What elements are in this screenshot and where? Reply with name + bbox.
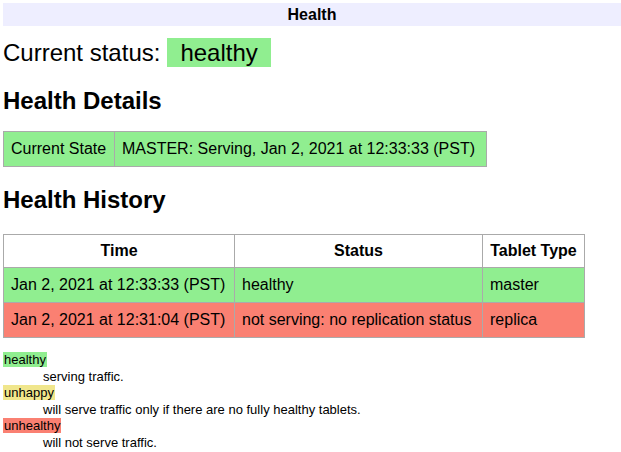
history-column-tablet-type: Tablet Type (483, 235, 585, 268)
history-row: Jan 2, 2021 at 12:31:04 (PST) not servin… (4, 303, 585, 338)
health-details-table: Current State MASTER: Serving, Jan 2, 20… (3, 131, 487, 167)
legend: healthy serving traffic. unhappy will se… (3, 352, 621, 452)
legend-description: will not serve traffic. (43, 435, 621, 452)
current-status-badge: healthy (167, 38, 270, 67)
page-title: Health (288, 6, 337, 23)
legend-term-badge: unhappy (3, 385, 55, 400)
history-status-cell: not serving: no replication status (235, 303, 483, 338)
current-state-row: Current State MASTER: Serving, Jan 2, 20… (4, 132, 487, 167)
legend-term: healthy (3, 352, 621, 369)
history-column-time: Time (4, 235, 235, 268)
history-status-cell: healthy (235, 268, 483, 303)
current-state-label-cell: Current State (4, 132, 115, 167)
legend-term: unhappy (3, 385, 621, 402)
legend-description: will serve traffic only if there are no … (43, 402, 621, 419)
history-column-status: Status (235, 235, 483, 268)
history-tablet-type-cell: master (483, 268, 585, 303)
current-state-value-cell: MASTER: Serving, Jan 2, 2021 at 12:33:33… (115, 132, 487, 167)
health-history-table: Time Status Tablet Type Jan 2, 2021 at 1… (3, 234, 585, 338)
history-tablet-type-cell: replica (483, 303, 585, 338)
page-header: Health (3, 3, 621, 26)
history-header-row: Time Status Tablet Type (4, 235, 585, 268)
history-time-cell: Jan 2, 2021 at 12:33:33 (PST) (4, 268, 235, 303)
history-time-cell: Jan 2, 2021 at 12:31:04 (PST) (4, 303, 235, 338)
legend-term-badge: unhealthy (3, 418, 61, 433)
legend-description: serving traffic. (43, 369, 621, 386)
health-details-heading: Health Details (3, 88, 621, 114)
history-row: Jan 2, 2021 at 12:33:33 (PST) healthy ma… (4, 268, 585, 303)
current-status-label: Current status: (3, 39, 160, 66)
legend-term-badge: healthy (3, 352, 47, 367)
current-status-line: Current status:healthy (3, 38, 621, 68)
legend-term: unhealthy (3, 418, 621, 435)
health-history-heading: Health History (3, 187, 621, 213)
